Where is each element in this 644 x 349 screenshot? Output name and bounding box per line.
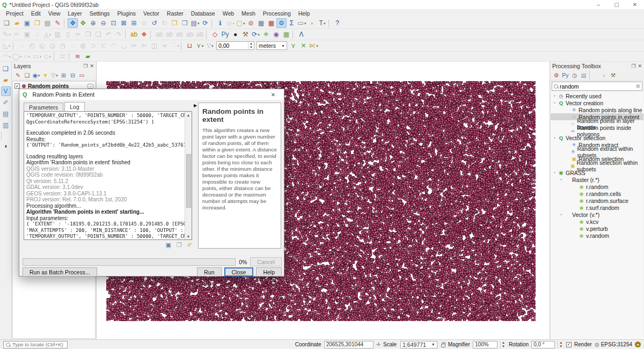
- georeferencer-icon[interactable]: ▦: [281, 30, 291, 39]
- split-features-icon[interactable]: ✂: [129, 41, 139, 50]
- refresh-map-icon[interactable]: ⟳: [200, 18, 210, 28]
- menu-item[interactable]: Mesh: [238, 10, 259, 17]
- locator-input[interactable]: [12, 341, 65, 347]
- add-mesh-layer-icon[interactable]: ▤: [1, 109, 11, 119]
- current-edits-icon[interactable]: ✎: [2, 30, 12, 39]
- toolbox-tree-item[interactable]: v.perturb: [551, 225, 643, 232]
- separator[interactable]: [328, 19, 331, 27]
- redo-icon[interactable]: ↷: [114, 30, 124, 39]
- osgeo-icon[interactable]: ◉: [271, 30, 281, 39]
- snap-on-intersection-icon[interactable]: ⋉: [309, 41, 319, 50]
- open-project-icon[interactable]: ▰: [12, 18, 22, 28]
- build-tools-icon[interactable]: ⚒: [240, 30, 251, 39]
- circular-string-icon[interactable]: ◠: [2, 52, 12, 61]
- manage-map-themes-icon[interactable]: ◉: [32, 71, 41, 79]
- toolbox-tree-item[interactable]: Random points along line: [551, 106, 643, 113]
- separator[interactable]: [150, 31, 153, 39]
- close-panel-icon[interactable]: ✕: [638, 63, 642, 69]
- run-button[interactable]: Run: [197, 267, 221, 277]
- magnifier-value[interactable]: 100%: [473, 341, 497, 348]
- avoid-intersections-icon[interactable]: ✕: [298, 41, 309, 50]
- float-panel-icon[interactable]: ❐: [631, 63, 635, 69]
- extents-icon[interactable]: ✛: [376, 341, 380, 347]
- magnifier-stepper[interactable]: ▲▼: [500, 341, 506, 348]
- remove-layer-icon[interactable]: ▭: [77, 71, 86, 79]
- circle-shape-icon[interactable]: ◯: [12, 52, 22, 61]
- python-console-icon[interactable]: Py: [220, 30, 230, 39]
- toolbox-search-box[interactable]: ⊗: [552, 82, 642, 91]
- zoom-out-icon[interactable]: ⊖: [98, 18, 108, 28]
- add-vector-layer-icon[interactable]: V: [1, 86, 11, 96]
- circle-center-icon[interactable]: ◵: [37, 41, 47, 50]
- filter-expression-icon[interactable]: ▽: [50, 71, 59, 79]
- modify-attributes-icon[interactable]: ▨: [53, 30, 63, 39]
- chevron-icon[interactable]: [552, 170, 557, 175]
- coordinate-display[interactable]: 206525,301044: [324, 341, 374, 348]
- layer-labeling-icon[interactable]: ab: [129, 30, 139, 39]
- move-label-icon[interactable]: ab: [174, 30, 185, 39]
- pan-to-selection-icon[interactable]: ✥: [78, 18, 88, 28]
- separator[interactable]: [54, 53, 56, 61]
- field-calculator-icon[interactable]: ▦: [266, 18, 276, 28]
- layer-collapse-icon[interactable]: –: [87, 84, 93, 89]
- separator[interactable]: [181, 42, 184, 50]
- zoom-native-icon[interactable]: ⊙: [139, 18, 149, 28]
- toolbox-tree-item[interactable]: r.random.surface: [551, 197, 643, 204]
- toolbox-history-icon[interactable]: ◷: [570, 71, 579, 79]
- delete-selected-icon[interactable]: ▯: [63, 30, 73, 39]
- measure-icon[interactable]: ▭: [297, 18, 307, 28]
- close-button[interactable]: ✕: [626, 0, 644, 9]
- statistics-icon[interactable]: Σ: [287, 18, 297, 28]
- chevron-icon[interactable]: [552, 135, 557, 140]
- identify-features-icon[interactable]: ℹ: [215, 18, 225, 28]
- menu-item[interactable]: Vector: [140, 10, 163, 17]
- add-delimited-text-icon[interactable]: ✐: [1, 98, 11, 107]
- snapping-units-combo[interactable]: meters ▼: [257, 41, 287, 50]
- add-group-icon[interactable]: ❏: [23, 71, 32, 79]
- data-source-manager-icon[interactable]: ❏: [1, 64, 11, 74]
- change-label-icon[interactable]: ab: [195, 30, 205, 39]
- copy-features-icon[interactable]: ❐: [83, 30, 93, 39]
- run-feature-action-icon[interactable]: ◎: [225, 18, 236, 28]
- add-virtual-layer-icon[interactable]: ▥: [1, 120, 11, 130]
- plugin-manager-icon[interactable]: ✳: [261, 30, 271, 39]
- ellipse-extent-icon[interactable]: ◷: [57, 41, 68, 50]
- snapping-type-icon[interactable]: ⋎: [195, 41, 205, 50]
- topology-editing-icon[interactable]: ∵: [205, 41, 215, 50]
- trim-extend-icon[interactable]: ◡: [119, 41, 129, 50]
- separator[interactable]: [64, 19, 67, 27]
- separator[interactable]: [589, 71, 598, 79]
- menu-item[interactable]: Processing: [259, 10, 295, 17]
- highlight-pinned-labels-icon[interactable]: ab: [164, 30, 174, 39]
- merge-features-icon[interactable]: ◫: [149, 41, 159, 50]
- separator[interactable]: [292, 31, 295, 39]
- debug-icon[interactable]: ●: [230, 30, 240, 39]
- zoom-last-icon[interactable]: ↺: [149, 18, 159, 28]
- enable-tracing-icon[interactable]: ⋎: [288, 41, 298, 50]
- profile-tool-icon[interactable]: ≋: [72, 52, 83, 61]
- menu-item[interactable]: Plugins: [114, 10, 140, 17]
- new-shape-annotation-icon[interactable]: ◇: [210, 30, 220, 39]
- menu-item[interactable]: Help: [295, 10, 314, 17]
- separator[interactable]: [125, 31, 128, 39]
- menu-item[interactable]: Database: [187, 10, 219, 17]
- help-contents-icon[interactable]: ?: [332, 18, 342, 28]
- save-project-as-icon[interactable]: ❐: [32, 18, 42, 28]
- help-button[interactable]: Help: [256, 267, 282, 277]
- copy-log-icon[interactable]: ❐: [177, 242, 182, 249]
- menu-item[interactable]: View: [45, 10, 64, 17]
- toolbox-tree-item[interactable]: v.kcv: [551, 218, 643, 225]
- layer-visibility-checkbox[interactable]: ✓: [14, 83, 20, 89]
- circle-2points-icon[interactable]: ∴: [17, 41, 27, 50]
- clear-log-icon[interactable]: ✐: [187, 242, 192, 249]
- open-attribute-table-icon[interactable]: ▦: [256, 18, 266, 28]
- separator[interactable]: [206, 31, 209, 39]
- offset-curve-icon[interactable]: ⌒: [170, 41, 180, 50]
- refresh-plugins-icon[interactable]: ⟳: [251, 30, 261, 39]
- rotate-label-icon[interactable]: ab: [185, 30, 195, 39]
- snapping-tolerance-spinbox[interactable]: ▲▼: [216, 41, 254, 50]
- maximize-button[interactable]: ▢: [608, 0, 626, 9]
- zoom-in-icon[interactable]: ⊕: [88, 18, 98, 28]
- expand-all-icon[interactable]: ⊞: [59, 71, 68, 79]
- minimize-button[interactable]: –: [589, 0, 608, 9]
